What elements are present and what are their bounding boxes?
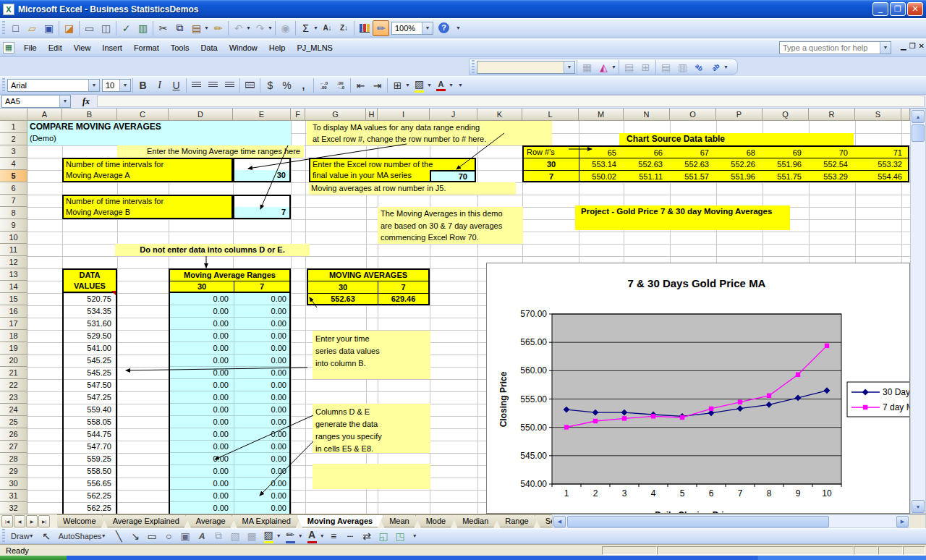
spelling-button[interactable]: ✓: [118, 20, 135, 36]
horizontal-scroll-thumb[interactable]: [567, 516, 829, 527]
arrow-button[interactable]: ↘: [127, 528, 144, 544]
restore-button[interactable]: ❐: [890, 2, 906, 16]
open-button[interactable]: ▱: [24, 20, 41, 36]
vertical-scroll-thumb[interactable]: [912, 124, 925, 142]
tab-scroll-first[interactable]: |◀: [1, 515, 13, 527]
close-button[interactable]: ✕: [907, 2, 923, 16]
row-header-29[interactable]: 29: [0, 465, 27, 478]
menu-file[interactable]: File: [18, 41, 43, 55]
column-header-A[interactable]: A: [27, 109, 62, 121]
toolbar-options-icon[interactable]: ▼: [457, 82, 464, 88]
paste-button[interactable]: ▤: [188, 20, 205, 36]
horizontal-scrollbar[interactable]: ◀▶: [552, 514, 926, 528]
chart-object[interactable]: 540.00545.00550.00555.00560.00565.00570.…: [486, 263, 910, 514]
toolbar-options-icon[interactable]: ▼: [412, 533, 418, 538]
data-value-cell[interactable]: 559.40: [64, 404, 111, 416]
formula-input[interactable]: [97, 96, 925, 107]
diagram-button[interactable]: ⧉: [211, 528, 227, 544]
help-search-input[interactable]: Type a question for help ▼: [779, 41, 891, 54]
row-header-4[interactable]: 4: [0, 158, 27, 170]
new-button[interactable]: □: [7, 20, 24, 36]
angle-clockwise-button[interactable]: ab: [691, 59, 708, 75]
scroll-right-icon[interactable]: ▶: [896, 516, 909, 527]
row-header-14[interactable]: 14: [0, 281, 27, 293]
column-header-D[interactable]: D: [169, 109, 233, 121]
column-header-Q[interactable]: Q: [763, 109, 809, 121]
font-color-button[interactable]: A: [433, 77, 449, 93]
merge-center-button[interactable]: [242, 77, 258, 93]
cell-j5-input[interactable]: 70: [430, 170, 476, 182]
menu-help[interactable]: Help: [263, 41, 292, 55]
line-style-button[interactable]: ≡: [326, 528, 342, 544]
tab-mean[interactable]: Mean: [378, 514, 420, 527]
copy-button[interactable]: ⧉: [171, 20, 188, 36]
column-header-K[interactable]: K: [477, 109, 522, 121]
doc-minimize-button[interactable]: ▁: [901, 42, 906, 50]
menu-insert[interactable]: Insert: [96, 41, 128, 55]
data-value-cell[interactable]: 531.60: [64, 318, 111, 330]
redo-button[interactable]: ↷: [252, 20, 268, 36]
font-name-select[interactable]: Arial▼: [7, 79, 100, 92]
row-header-21[interactable]: 21: [0, 367, 27, 379]
wordart-button[interactable]: A: [194, 528, 211, 544]
row-header-23[interactable]: 23: [0, 391, 27, 404]
data-value-cell[interactable]: 547.70: [64, 441, 111, 453]
tab-scroll-previous[interactable]: ◀: [14, 515, 25, 527]
column-header-L[interactable]: L: [522, 109, 579, 121]
chevron-down-icon[interactable]: ▼: [880, 42, 891, 54]
column-header-E[interactable]: E: [233, 109, 291, 121]
research-button[interactable]: ▥: [135, 20, 151, 36]
currency-button[interactable]: $: [262, 77, 279, 93]
scroll-down-icon[interactable]: ▼: [912, 500, 925, 513]
decrease-indent-button[interactable]: ⇤: [352, 77, 369, 93]
angle-counterclockwise-button[interactable]: ab: [708, 59, 724, 75]
autoshapes-menu-button[interactable]: AutoShapes▼: [55, 528, 111, 544]
row-header-1[interactable]: 1: [0, 121, 27, 133]
row-header-5[interactable]: 5: [0, 170, 27, 182]
data-value-cell[interactable]: 558.50: [64, 465, 111, 478]
row-header-27[interactable]: 27: [0, 441, 27, 453]
row-header-9[interactable]: 9: [0, 219, 27, 232]
chart-wizard-button[interactable]: [356, 20, 373, 36]
tab-ma-explained[interactable]: MA Explained: [232, 514, 302, 527]
scroll-left-icon[interactable]: ◀: [553, 516, 566, 527]
data-value-cell[interactable]: 545.25: [64, 355, 111, 367]
chevron-down-icon[interactable]: ▼: [101, 533, 107, 538]
chevron-down-icon[interactable]: ▼: [564, 61, 574, 73]
chart-type-button[interactable]: ◭: [595, 59, 612, 75]
ma-ranges-column[interactable]: 0.000.000.000.000.000.000.000.000.000.00…: [169, 293, 291, 514]
menu-tools[interactable]: Tools: [165, 41, 195, 55]
picture-button[interactable]: ▩: [244, 528, 260, 544]
row-header-3[interactable]: 3: [0, 145, 27, 158]
increase-indent-button[interactable]: ⇥: [369, 77, 386, 93]
tab-mode[interactable]: Mode: [415, 514, 457, 527]
borders-button[interactable]: ⊞: [389, 77, 406, 93]
drawing-button[interactable]: ✏: [373, 20, 389, 36]
tab-average-explained[interactable]: Average Explained: [102, 514, 190, 527]
row-header-11[interactable]: 11: [0, 244, 27, 256]
data-value-cell[interactable]: 562.25: [64, 502, 111, 514]
cell-e8-input[interactable]: 7: [233, 195, 291, 219]
increase-decimal-button[interactable]: ←.0.00: [315, 77, 332, 93]
row-header-26[interactable]: 26: [0, 428, 27, 441]
line-color-button[interactable]: ✏: [282, 528, 299, 544]
vertical-scrollbar[interactable]: ▲▼: [910, 109, 926, 514]
column-header-I[interactable]: I: [378, 109, 430, 121]
data-value-cell[interactable]: 562.25: [64, 490, 111, 502]
help-button[interactable]: ?: [436, 20, 452, 36]
data-value-cell[interactable]: 556.65: [64, 478, 111, 490]
data-value-cell[interactable]: 558.05: [64, 416, 111, 428]
3d-style-button[interactable]: ◳: [392, 528, 409, 544]
select-all-corner[interactable]: [0, 109, 27, 121]
zoom-select[interactable]: 100%▼: [391, 22, 433, 35]
data-table-button[interactable]: ⊞: [637, 59, 654, 75]
row-header-16[interactable]: 16: [0, 305, 27, 318]
column-header-partial[interactable]: [901, 109, 910, 121]
tab-sea[interactable]: Sea: [535, 514, 552, 527]
column-header-B[interactable]: B: [62, 109, 117, 121]
data-value-cell[interactable]: 545.25: [64, 367, 111, 379]
tab-welcome[interactable]: Welcome: [57, 514, 107, 527]
row-header-31[interactable]: 31: [0, 490, 27, 502]
column-header-J[interactable]: J: [430, 109, 477, 121]
column-header-C[interactable]: C: [117, 109, 169, 121]
